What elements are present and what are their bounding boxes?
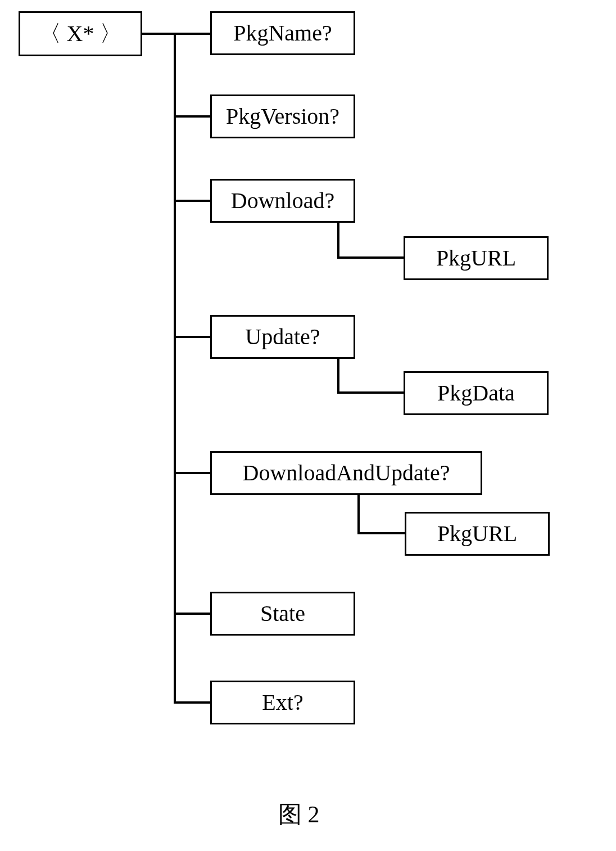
node-state-label: State xyxy=(260,602,305,625)
node-state: State xyxy=(210,592,355,636)
diagram-canvas: { "root": { "label": "〈 X* 〉" }, "nodes"… xyxy=(0,0,616,851)
node-download-label: Download? xyxy=(231,190,334,212)
connector xyxy=(337,391,404,394)
connector xyxy=(174,200,210,202)
node-pkgversion: PkgVersion? xyxy=(210,94,355,138)
figure-caption-text: 图 2 xyxy=(278,802,320,827)
node-downloadandupdate: DownloadAndUpdate? xyxy=(210,451,482,495)
node-update-child-label: PkgData xyxy=(437,382,515,404)
node-download-child-label: PkgURL xyxy=(436,247,516,269)
connector xyxy=(174,472,210,474)
node-root-label: 〈 X* 〉 xyxy=(39,22,123,45)
connector xyxy=(357,495,360,534)
node-pkgname: PkgName? xyxy=(210,11,355,55)
connector xyxy=(174,613,210,615)
connector xyxy=(174,701,210,704)
connector xyxy=(142,33,176,35)
connector xyxy=(337,223,339,259)
node-pkgversion-label: PkgVersion? xyxy=(226,105,339,128)
node-pkgname-label: PkgName? xyxy=(233,22,332,44)
connector xyxy=(357,532,405,534)
node-update: Update? xyxy=(210,315,355,359)
node-downloadandupdate-child: PkgURL xyxy=(405,512,550,556)
figure-caption: 图 2 xyxy=(278,799,320,830)
node-update-child: PkgData xyxy=(404,371,549,415)
connector xyxy=(174,33,176,703)
node-ext-label: Ext? xyxy=(262,691,303,714)
node-ext: Ext? xyxy=(210,681,355,724)
node-downloadandupdate-child-label: PkgURL xyxy=(437,523,517,545)
node-download-child: PkgURL xyxy=(404,236,549,280)
connector xyxy=(337,256,404,259)
node-download: Download? xyxy=(210,179,355,223)
node-update-label: Update? xyxy=(245,326,320,348)
node-root: 〈 X* 〉 xyxy=(19,11,142,56)
connector xyxy=(174,115,210,118)
connector xyxy=(174,33,210,35)
connector xyxy=(174,336,210,338)
node-downloadandupdate-label: DownloadAndUpdate? xyxy=(243,462,450,484)
connector xyxy=(337,359,339,394)
